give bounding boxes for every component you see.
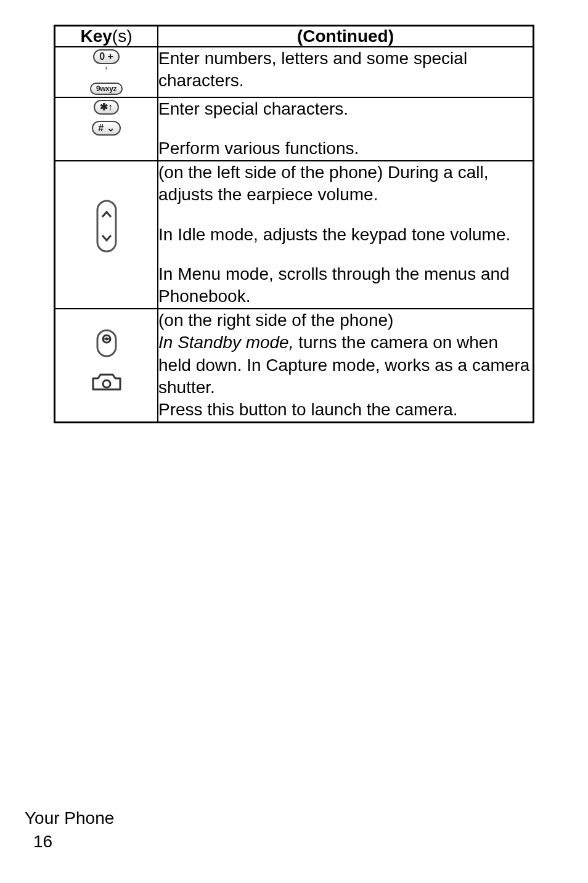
camera-side-icon bbox=[91, 327, 122, 360]
numeric-keys-icon: 0 + ⸯ 9wxyz bbox=[55, 47, 158, 97]
star-hash-desc: Enter special characters. Perform variou… bbox=[158, 97, 534, 161]
camera-front-icon bbox=[89, 371, 124, 393]
star-hash-keys-icon: ✱↑ # ⌄ bbox=[55, 97, 158, 161]
desc-text: In Idle mode, adjusts the keypad tone vo… bbox=[158, 224, 533, 246]
camera-keys-desc: (on the right side of the phone) In Stan… bbox=[158, 309, 534, 422]
svg-point-5 bbox=[103, 380, 110, 388]
footer-page-number: 16 bbox=[25, 830, 114, 853]
desc-text: (on the right side of the phone) bbox=[158, 309, 533, 332]
range-tilde-icon: ⸯ bbox=[105, 68, 108, 78]
desc-text: Perform various functions. bbox=[158, 137, 533, 160]
table-row: 0 + ⸯ 9wxyz Enter numbers, letters and s… bbox=[55, 47, 534, 97]
page-footer: Your Phone 16 bbox=[25, 807, 114, 853]
keycap-0-plus: 0 + bbox=[93, 49, 120, 64]
manual-page: Key(s) (Continued) 0 + ⸯ 9wxyz Enter num… bbox=[0, 0, 588, 883]
desc-text: Enter special characters. bbox=[158, 98, 533, 120]
desc-text: Enter numbers, letters and some special … bbox=[158, 47, 533, 92]
keys-table: Key(s) (Continued) 0 + ⸯ 9wxyz Enter num… bbox=[54, 25, 534, 423]
camera-keys-icon bbox=[55, 309, 158, 422]
header-key: Key(s) bbox=[55, 26, 158, 47]
footer-section: Your Phone bbox=[25, 807, 114, 830]
keycap-hash: # ⌄ bbox=[92, 121, 120, 136]
header-key-label: Key bbox=[80, 26, 112, 46]
keycap-9wxyz: 9wxyz bbox=[90, 83, 123, 95]
svg-rect-0 bbox=[97, 201, 116, 251]
desc-text: In Menu mode, scrolls through the menus … bbox=[158, 263, 533, 308]
table-row: (on the right side of the phone) In Stan… bbox=[55, 309, 534, 422]
desc-text: Press this button to launch the camera. bbox=[158, 399, 533, 421]
desc-text: (on the left side of the phone) During a… bbox=[158, 161, 533, 206]
keycap-star: ✱↑ bbox=[94, 100, 119, 115]
volume-rocker-icon bbox=[55, 161, 158, 309]
numeric-keys-desc: Enter numbers, letters and some special … bbox=[158, 47, 534, 97]
header-key-s: (s) bbox=[112, 26, 133, 46]
desc-text-italic: In Standby mode, bbox=[158, 333, 293, 352]
volume-rocker-desc: (on the left side of the phone) During a… bbox=[158, 161, 534, 309]
desc-text: In Standby mode, turns the camera on whe… bbox=[158, 332, 533, 399]
header-continued: (Continued) bbox=[158, 26, 534, 47]
table-row: (on the left side of the phone) During a… bbox=[55, 161, 534, 309]
table-header-row: Key(s) (Continued) bbox=[55, 26, 534, 47]
table-row: ✱↑ # ⌄ Enter special characters. Perform… bbox=[55, 97, 534, 161]
